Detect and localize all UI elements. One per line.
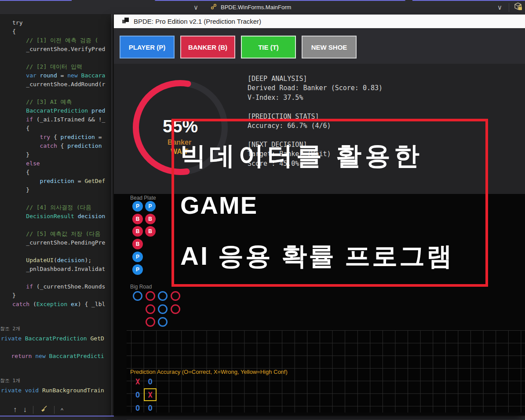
promo-overlay: 빅데이터를 활용한 GAME AI 응용 확률 프로그램 — [171, 119, 488, 287]
code-text: rivate void RunBackgroundTrain — [1, 386, 104, 395]
accuracy-mark-X: X — [135, 377, 140, 386]
code-text: try{ // [1] 이전 예측 검증 ( _currentShoe.Veri… — [12, 18, 105, 309]
divider — [33, 406, 33, 414]
bead-P: P — [132, 252, 143, 262]
tab-outline — [155, 0, 405, 1]
bead-plate-title: Bead Plate — [130, 195, 156, 201]
bead-B: B — [145, 226, 156, 237]
road-ring-B — [146, 304, 155, 314]
accuracy-mark-O: O — [135, 404, 140, 413]
banker-button[interactable]: BANKER (B) — [180, 36, 235, 58]
accuracy-mark-X: X — [148, 391, 152, 399]
overlay-line-3: AI 응용 확률 프로그램 — [180, 239, 454, 274]
road-ring-P — [133, 291, 142, 301]
screen: ∨ BPDE.WinForms.MainForm ∨ try — [0, 0, 525, 420]
tab-outline — [412, 0, 525, 1]
bead-B: B — [132, 239, 143, 249]
codelens-references[interactable]: 참조 2개 — [0, 325, 20, 332]
road-ring-P — [158, 317, 168, 327]
chevron-down-icon[interactable]: ∨ — [497, 4, 502, 11]
navigate-up-icon[interactable]: ↑ — [13, 405, 17, 414]
road-ring-B — [171, 304, 180, 314]
bead-B: B — [132, 214, 143, 224]
code-text: rivate BaccaratPrediction GetD return ne… — [1, 334, 104, 361]
component-icon — [210, 3, 217, 11]
road-ring-B — [146, 317, 155, 327]
form-selector-combobox[interactable]: BPDE.WinForms.MainForm — [210, 2, 291, 12]
bead-P: P — [132, 264, 143, 275]
new-shoe-button[interactable]: NEW SHOE — [302, 36, 357, 58]
collapse-icon[interactable]: ^ — [61, 407, 63, 413]
bead-B: B — [132, 226, 143, 237]
package-lock-icon[interactable] — [514, 2, 522, 13]
accuracy-mark-O: O — [135, 391, 140, 399]
accuracy-mark-O: O — [148, 377, 152, 386]
form-selector-value: BPDE.WinForms.MainForm — [221, 4, 291, 11]
button-row: PLAYER (P) BANKER (B) TIE (T) NEW SHOE — [114, 28, 525, 64]
tab-outline — [0, 0, 72, 1]
bead-B: B — [145, 214, 156, 224]
app-window-icon — [122, 17, 129, 26]
statusbar-accent — [0, 416, 114, 416]
codelens-references[interactable]: 참조 1개 — [0, 377, 20, 384]
overlay-line-1: 빅데이터를 활용한 — [180, 139, 423, 173]
vs-toolbar: ∨ BPDE.WinForms.MainForm ∨ — [0, 0, 525, 14]
road-ring-B — [171, 291, 180, 301]
navigate-down-icon[interactable]: ↓ — [23, 405, 27, 414]
bead-P: P — [132, 201, 143, 212]
accuracy-title: Prediction Accuracy (O=Correct, X=Wrong,… — [130, 369, 288, 375]
bead-P: P — [145, 201, 156, 212]
code-cleanup-broom-icon[interactable] — [40, 405, 48, 415]
divider — [509, 3, 509, 12]
overlay-line-2: GAME — [180, 191, 258, 219]
road-ring-B — [146, 291, 155, 301]
code-editor[interactable]: try{ // [1] 이전 예측 검증 ( _currentShoe.Veri… — [0, 14, 113, 416]
divider — [54, 406, 55, 414]
road-ring-P — [158, 304, 168, 314]
player-button[interactable]: PLAYER (P) — [120, 36, 175, 58]
app-titlebar: BPDE: Pro Edition v2.1 (Prediction Track… — [114, 15, 525, 28]
app-title: BPDE: Pro Edition v2.1 (Prediction Track… — [134, 18, 261, 25]
big-road-title: Big Road — [130, 284, 152, 290]
road-ring-P — [158, 291, 168, 301]
chevron-down-icon[interactable]: ∨ — [193, 4, 198, 11]
accuracy-mark-O: O — [148, 404, 152, 413]
tie-button[interactable]: TIE (T) — [241, 36, 296, 58]
